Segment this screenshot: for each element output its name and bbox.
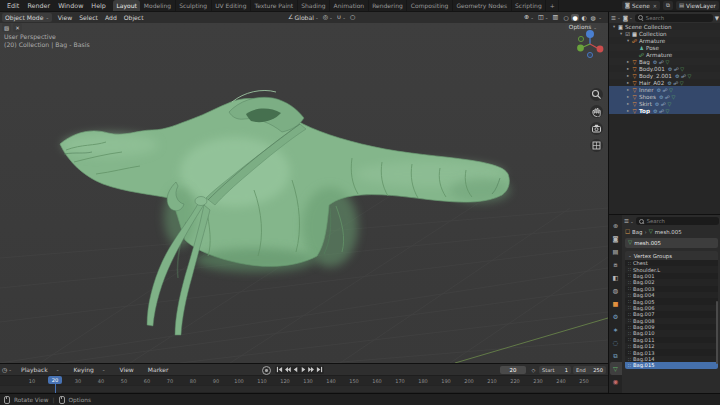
menu-edit[interactable]: Edit	[3, 2, 23, 10]
gizmo-y-axis[interactable]	[577, 45, 584, 52]
outliner-scenes-dropdown[interactable]: ◙⌄	[623, 15, 633, 21]
mesh-data-icon[interactable]: ▽	[680, 66, 684, 72]
modifier-wrench-icon[interactable]: ⚙	[653, 108, 657, 114]
outliner-row-shoes[interactable]: ▸▽Shoes⚙☍▽	[609, 93, 720, 100]
timeline-editor[interactable]: ◷⌄ Playback⌄Keying⌄ViewMarker 20 ◇ Start…	[0, 363, 608, 394]
properties-editor-icon[interactable]: ☰⌄	[624, 218, 634, 224]
workspace-tab-modeling[interactable]: Modeling	[140, 0, 175, 11]
shading-material-button[interactable]: ◐	[580, 14, 588, 21]
new-scene-button[interactable]: ⧉	[663, 1, 673, 10]
viewport-3d[interactable]: ▧ ✕ User Perspective (20) Collection | B…	[0, 22, 608, 363]
outliner-row-top[interactable]: ▸▽Top⚙☍▽	[609, 107, 720, 114]
outliner-row-armature[interactable]: ☍Armature	[609, 51, 720, 58]
armature-modifier-icon[interactable]: ☍	[661, 101, 666, 107]
workspace-tab-geometry-nodes[interactable]: Geometry Nodes	[453, 0, 512, 11]
checkbox-icon[interactable]: ☑	[624, 31, 631, 37]
mode-dropdown[interactable]: Object Mode ⌄	[2, 13, 52, 22]
properties-tab-particles[interactable]: ∗	[610, 323, 622, 336]
workspace-tab-texture-paint[interactable]: Texture Paint	[251, 0, 298, 11]
vertex-group-row[interactable]: ∷Bag.015	[625, 362, 718, 368]
modifier-wrench-icon[interactable]: ⚙	[668, 66, 672, 72]
timeline-menu-view[interactable]: View	[113, 366, 141, 373]
view-layer-selector[interactable]: ▤ ViewLayer	[676, 1, 719, 10]
modifier-wrench-icon[interactable]: ⚙	[667, 80, 671, 86]
workspace-tab-animation[interactable]: Animation	[330, 0, 369, 11]
armature-modifier-icon[interactable]: ☍	[659, 59, 664, 65]
timeline-menu-keying[interactable]: Keying⌄	[67, 366, 113, 373]
gizmo-y-neg-axis[interactable]	[578, 36, 583, 41]
properties-tab-view-layer[interactable]: ⧈	[610, 258, 622, 271]
modifier-wrench-icon[interactable]: ⚙	[675, 73, 679, 79]
properties-tab-physics[interactable]: ◌	[610, 336, 622, 349]
mesh-data-icon[interactable]: ▽	[688, 73, 692, 79]
frame-start-field[interactable]: Start 1	[539, 366, 571, 374]
outliner-row-hair-a02[interactable]: ▸▽Hair_A02⚙☍▽	[609, 79, 720, 86]
xray-toggle[interactable]: ▥	[552, 14, 558, 20]
properties-tab-modifiers[interactable]: ⚙	[610, 310, 622, 323]
gizmo-dropdown[interactable]: ⊕ ⌄	[524, 14, 534, 20]
select-mode-set-icon[interactable]: ▧	[2, 23, 11, 32]
unlink-scene-button[interactable]: ✕	[653, 3, 657, 9]
add-workspace-button[interactable]: +	[546, 0, 559, 11]
properties-tab-output[interactable]: ▤	[610, 245, 622, 258]
gizmo-z-axis[interactable]	[586, 30, 594, 38]
modifier-wrench-icon[interactable]: ⚙	[653, 59, 657, 65]
garment-mesh[interactable]	[60, 90, 510, 335]
play-button[interactable]	[300, 366, 307, 373]
viewport-menu-object[interactable]: Object	[120, 14, 147, 21]
next-keyframe-button[interactable]	[308, 366, 315, 373]
zoom-button[interactable]	[590, 88, 603, 101]
outliner-row-inner[interactable]: ▸▽Inner⚙☍▽	[609, 86, 720, 93]
orientation-dropdown[interactable]: ∠ Global ⌄	[288, 14, 319, 21]
workspace-tab-sculpting[interactable]: Sculpting	[176, 0, 212, 11]
properties-tab-render[interactable]: ◙	[610, 232, 622, 245]
gizmo-x-axis[interactable]	[597, 46, 604, 53]
mesh-data-icon[interactable]: ▽	[671, 94, 675, 100]
properties-tab-data[interactable]: ▽	[610, 362, 622, 375]
mesh-name-field[interactable]: ▽ mesh.005	[625, 238, 718, 248]
armature-modifier-icon[interactable]: ☍	[662, 87, 667, 93]
modifier-wrench-icon[interactable]: ⚙	[655, 101, 659, 107]
shading-rendered-button[interactable]: ◍	[589, 14, 597, 21]
viewport-menu-add[interactable]: Add	[101, 14, 120, 21]
scene-selector[interactable]: ◙ Scene ✕	[622, 1, 660, 10]
snap-toggle[interactable]: ∪ ⌄	[337, 14, 346, 20]
shading-wireframe-button[interactable]: ○	[562, 14, 570, 21]
editor-type-dropdown[interactable]: ◷⌄	[2, 366, 12, 373]
armature-modifier-icon[interactable]: ☍	[681, 73, 686, 79]
pivot-dropdown[interactable]: ◎ ⌄	[323, 14, 333, 20]
timeline-body[interactable]: 1020304050607080901001101201301401501601…	[0, 375, 608, 394]
properties-tab-tool[interactable]: ⊛	[610, 219, 622, 232]
jump-to-end-button[interactable]	[316, 366, 323, 373]
properties-tab-scene[interactable]: ◧	[610, 271, 622, 284]
outliner-row-body-001[interactable]: ▸▽Body.001⚙☍▽	[609, 65, 720, 72]
mesh-data-icon[interactable]: ▽	[665, 59, 669, 65]
filter-icon[interactable]: ▼	[715, 15, 719, 21]
mesh-data-icon[interactable]: ▽	[665, 108, 669, 114]
properties-tab-constraints[interactable]: ⧉	[610, 349, 622, 362]
play-reverse-button[interactable]	[292, 366, 299, 373]
outliner-row-bag[interactable]: ▸▽Bag⚙☍▽	[609, 58, 720, 65]
proportional-editing-toggle[interactable]: ○	[350, 14, 355, 20]
menu-window[interactable]: Window	[54, 2, 87, 10]
menu-render[interactable]: Render	[23, 2, 54, 10]
workspace-tab-uv-editing[interactable]: UV Editing	[212, 0, 251, 11]
toggle-perspective-button[interactable]	[590, 139, 603, 152]
timeline-menu-playback[interactable]: Playback⌄	[14, 366, 67, 373]
properties-search-input[interactable]: Search	[636, 217, 719, 225]
modifier-wrench-icon[interactable]: ⚙	[659, 94, 663, 100]
outliner-display-mode-dropdown[interactable]: ☰⌄	[611, 15, 621, 21]
frame-end-field[interactable]: End 250	[573, 366, 606, 374]
timeline-ruler[interactable]: 1020304050607080901001101201301401501601…	[0, 375, 608, 385]
camera-view-button[interactable]	[590, 122, 603, 135]
overlays-dropdown[interactable]: ◫ ⌄	[538, 14, 549, 20]
workspace-tab-rendering[interactable]: Rendering	[369, 0, 408, 11]
armature-modifier-icon[interactable]: ☍	[673, 80, 678, 86]
list-scrollbar[interactable]	[716, 301, 718, 364]
properties-tab-material[interactable]: ◉	[610, 375, 622, 388]
outliner-row-pose[interactable]: ♟Pose	[609, 44, 720, 51]
timeline-menu-marker[interactable]: Marker	[141, 366, 176, 373]
properties-tab-world[interactable]: ◍	[610, 284, 622, 297]
workspace-tab-shading[interactable]: Shading	[298, 0, 330, 11]
breadcrumb-data[interactable]: mesh.005	[655, 229, 682, 235]
